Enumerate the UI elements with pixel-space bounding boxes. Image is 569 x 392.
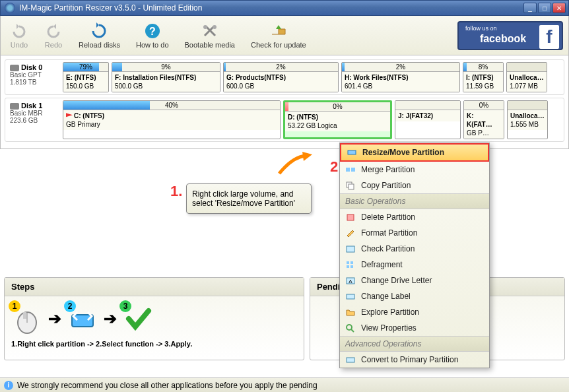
update-button[interactable]: Check for update xyxy=(247,21,310,50)
menu-section-basic: Basic Operations xyxy=(340,193,489,209)
label-icon xyxy=(345,292,356,301)
undo-icon xyxy=(10,22,28,40)
menu-explore[interactable]: Explore Partition xyxy=(340,304,489,320)
partition[interactable]: 9%F: Installation Files(NTFS)500.0 GB xyxy=(112,62,220,92)
bootable-button[interactable]: Bootable media xyxy=(181,21,239,50)
undo-button[interactable]: Undo xyxy=(6,21,32,50)
howto-button[interactable]: ? How to do xyxy=(132,21,173,50)
bootable-label: Bootable media xyxy=(185,41,235,49)
minimize-button[interactable]: _ xyxy=(523,3,537,13)
menu-delete[interactable]: Delete Partition xyxy=(340,209,489,225)
flag-icon xyxy=(66,113,73,119)
props-icon xyxy=(345,323,356,333)
disk-row: Disk 0Basic GPT1.819 TB79%E: (NTFS)150.0… xyxy=(5,59,564,95)
svg-rect-5 xyxy=(346,168,350,172)
svg-rect-12 xyxy=(351,261,353,264)
fb-label: facebook xyxy=(480,33,526,45)
svg-text:A: A xyxy=(349,278,352,284)
reload-label: Reload disks xyxy=(79,41,120,49)
disk-icon xyxy=(10,65,19,71)
resize-icon xyxy=(347,148,357,157)
disk-label: Disk 1Basic MBR223.6 GB xyxy=(7,100,60,139)
annotation-arrow xyxy=(276,150,316,177)
maximize-button[interactable]: □ xyxy=(538,3,551,13)
menu-format[interactable]: Format Partition xyxy=(340,225,489,241)
svg-point-18 xyxy=(347,325,352,330)
undo-label: Undo xyxy=(11,41,28,49)
menu-merge[interactable]: Merge Partition xyxy=(340,162,489,178)
tools-icon xyxy=(201,22,219,40)
partition[interactable]: 0%D: (NTFS)53.22 GB Logica xyxy=(283,100,392,139)
annotation-1: 1. xyxy=(170,183,182,200)
arrow-icon: ➔ xyxy=(104,310,117,328)
svg-rect-6 xyxy=(351,168,355,172)
howto-label: How to do xyxy=(136,41,169,49)
steps-title: Steps xyxy=(5,278,304,296)
update-label: Check for update xyxy=(251,41,306,49)
svg-point-2 xyxy=(203,25,207,29)
reload-icon xyxy=(90,22,108,40)
svg-rect-14 xyxy=(351,265,353,268)
merge-icon xyxy=(345,165,356,174)
menu-label[interactable]: Change Label xyxy=(340,288,489,304)
info-icon: i xyxy=(4,381,13,390)
menu-copy[interactable]: Copy Partition xyxy=(340,178,489,193)
partition[interactable]: 2%H: Work Files(NTFS)601.4 GB xyxy=(341,62,460,92)
window-buttons: _ □ ✕ xyxy=(523,3,566,13)
disk-area: Disk 0Basic GPT1.819 TB79%E: (NTFS)150.0… xyxy=(0,55,569,149)
step3-icon: 3 xyxy=(122,303,154,335)
question-icon: ? xyxy=(143,22,162,40)
explore-icon xyxy=(345,308,356,317)
svg-rect-8 xyxy=(349,184,354,189)
delete-icon xyxy=(345,212,356,222)
partition[interactable]: J: J(FAT32) xyxy=(395,100,461,139)
menu-section-advanced: Advanced Operations xyxy=(340,336,489,352)
svg-point-3 xyxy=(213,25,217,29)
menu-check[interactable]: Check Partition xyxy=(340,241,489,257)
step2-icon: 2 xyxy=(67,303,98,335)
disk-row: Disk 1Basic MBR223.6 GB40%C: (NTFS)GB Pr… xyxy=(5,98,564,142)
menu-letter[interactable]: A Change Drive Letter xyxy=(340,273,489,288)
letter-icon: A xyxy=(345,276,356,285)
convert-icon xyxy=(345,355,356,364)
menu-props[interactable]: View Properties xyxy=(340,320,489,336)
facebook-banner[interactable]: follow us on facebook f xyxy=(457,21,563,50)
disk-icon xyxy=(10,103,19,110)
svg-rect-11 xyxy=(347,261,349,264)
partition[interactable]: 2%G: Products(NTFS)600.0 GB xyxy=(223,62,339,92)
redo-label: Redo xyxy=(45,41,62,49)
statusbar: i We strongly recommend you close all ot… xyxy=(0,377,569,392)
check-icon xyxy=(345,244,356,253)
partition[interactable]: 79%E: (NTFS)150.0 GB xyxy=(63,62,109,92)
partition[interactable]: Unalloca…1.555 MB xyxy=(507,100,548,139)
update-icon xyxy=(269,22,288,40)
toolbar: Undo Redo Reload disks ? How to do Boota… xyxy=(0,16,569,55)
menu-resize-move[interactable]: Resize/Move Partition xyxy=(340,143,489,162)
status-text: We strongly recommend you close all othe… xyxy=(17,381,318,390)
app-icon xyxy=(5,3,15,13)
step1-icon: 1 xyxy=(11,303,43,335)
format-icon xyxy=(345,228,356,238)
redo-button[interactable]: Redo xyxy=(40,21,67,50)
partition[interactable]: 0%K: K(FAT…GB P… xyxy=(463,100,504,139)
defrag-icon xyxy=(345,260,356,269)
steps-panel: Steps 1 ➔ 2 ➔ 3 xyxy=(4,277,304,360)
svg-rect-4 xyxy=(348,150,356,154)
steps-visual: 1 ➔ 2 ➔ 3 xyxy=(11,303,297,335)
redo-icon xyxy=(44,22,63,40)
svg-rect-19 xyxy=(347,358,354,362)
menu-convert[interactable]: Convert to Primary Partition xyxy=(340,352,489,368)
svg-rect-10 xyxy=(347,246,354,252)
partition[interactable]: 40%C: (NTFS)GB Primary xyxy=(63,100,281,139)
annotation-2: 2 xyxy=(330,158,338,176)
partition[interactable]: 8%I: (NTFS)11.59 GB xyxy=(463,62,504,92)
titlebar: IM-Magic Partition Resizer v3.5.0 - Unli… xyxy=(0,0,569,16)
reload-button[interactable]: Reload disks xyxy=(75,21,124,50)
partition[interactable]: Unalloca…1.077 MB xyxy=(506,62,547,92)
svg-text:?: ? xyxy=(149,26,156,37)
steps-text: 1.Right click partition -> 2.Select func… xyxy=(11,340,297,348)
menu-defrag[interactable]: Defragment xyxy=(340,257,489,273)
svg-rect-9 xyxy=(347,214,354,220)
close-button[interactable]: ✕ xyxy=(552,3,566,13)
context-menu: Resize/Move Partition Merge Partition Co… xyxy=(339,143,490,368)
